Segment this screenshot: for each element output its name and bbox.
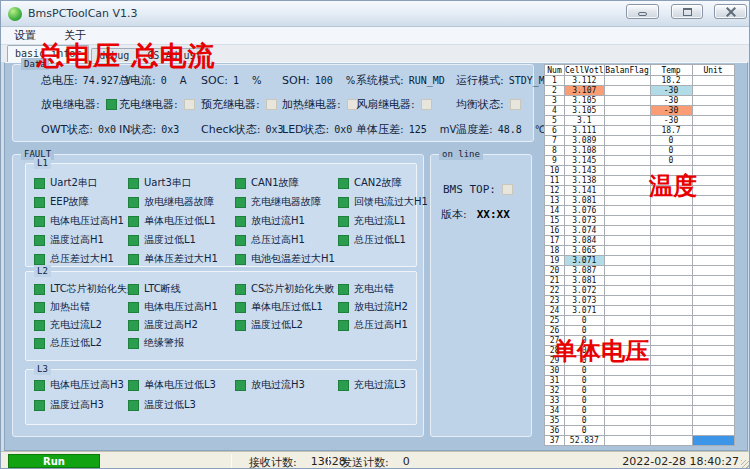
fault-status-icon	[34, 197, 45, 208]
table-cell	[692, 156, 734, 166]
table-row[interactable]: 13.11218.2	[545, 76, 735, 86]
column-header[interactable]: CellVotl	[565, 65, 605, 76]
column-header[interactable]: Unit	[692, 65, 734, 76]
table-row[interactable]: 300	[545, 366, 735, 376]
table-cell: 1	[545, 76, 565, 86]
table-row[interactable]: 223.072	[545, 286, 735, 296]
fault-item: 温度过低L2	[235, 318, 303, 332]
table-cell: 0	[565, 326, 605, 336]
fault-label: 放电继电器故障	[144, 195, 214, 209]
table-cell: 16	[545, 226, 565, 236]
table-cell: -30	[650, 116, 692, 126]
table-row[interactable]: 310	[545, 376, 735, 386]
table-row[interactable]: 93.1450	[545, 156, 735, 166]
fault-label: 温度过高H2	[144, 318, 198, 332]
data-field: SOC:1%	[201, 73, 262, 87]
table-row[interactable]: 133.081	[545, 196, 735, 206]
table-row[interactable]: 360	[545, 426, 735, 436]
table-cell	[604, 206, 650, 216]
table-row[interactable]: 320	[545, 386, 735, 396]
table-row[interactable]: 143.076	[545, 206, 735, 216]
table-cell: -30	[650, 106, 692, 116]
table-row[interactable]: 203.087	[545, 266, 735, 276]
table-row[interactable]: 183.065	[545, 246, 735, 256]
table-row[interactable]: 233.073	[545, 296, 735, 306]
fault-label: 总压过低L1	[354, 233, 406, 247]
fault-status-icon	[34, 320, 45, 331]
table-row[interactable]: 63.11118.7	[545, 126, 735, 136]
table-cell	[604, 366, 650, 376]
table-row[interactable]: 163.074	[545, 226, 735, 236]
table-row[interactable]: 113.138	[545, 176, 735, 186]
table-row[interactable]: 330	[545, 396, 735, 406]
table-cell: 3.107	[565, 86, 605, 96]
field-value: 0x0	[98, 124, 116, 135]
table-row[interactable]: 173.084	[545, 236, 735, 246]
table-row[interactable]: 83.1080	[545, 146, 735, 156]
table-row[interactable]: 33.105-30	[545, 96, 735, 106]
table-row[interactable]: 23.107-30	[545, 86, 735, 96]
table-cell: 3.081	[565, 276, 605, 286]
fault-item: 单体电压过低L1	[128, 214, 216, 228]
fault-item: Uart2串口	[34, 176, 98, 190]
version-value: XX:XX	[477, 208, 510, 221]
table-cell: 3.071	[565, 256, 605, 266]
table-cell	[604, 186, 650, 196]
table-cell	[604, 256, 650, 266]
table-cell	[650, 206, 692, 216]
table-row[interactable]: 3752.837	[545, 436, 735, 446]
table-cell	[604, 146, 650, 156]
fault-status-icon	[128, 197, 139, 208]
table-row[interactable]: 103.143	[545, 166, 735, 176]
field-label: 加热继电器:	[282, 97, 341, 112]
table-row[interactable]: 43.105-30	[545, 106, 735, 116]
fault-item: 总压过低L1	[338, 233, 406, 247]
fault-label: 充电过流L3	[354, 378, 406, 392]
fault-status-icon	[128, 284, 139, 295]
cell-table[interactable]: NumCellVotlBalanFlagTempUnit13.11218.223…	[544, 64, 735, 446]
table-row[interactable]: 153.073	[545, 216, 735, 226]
table-row[interactable]: 243.071	[545, 306, 735, 316]
table-row[interactable]: 53.1-30	[545, 116, 735, 126]
table-cell	[604, 96, 650, 106]
table-row[interactable]: 350	[545, 416, 735, 426]
table-row[interactable]: 73.0890	[545, 136, 735, 146]
field-label: OWT状态:	[41, 122, 93, 137]
fault-item: 温度过低L1	[128, 233, 196, 247]
fault-item: 单体压差过大H1	[128, 252, 218, 266]
table-row[interactable]: 340	[545, 406, 735, 416]
fault-status-icon	[338, 284, 349, 295]
field-label: IN状态:	[119, 122, 156, 137]
status-indicator-icon	[510, 99, 521, 110]
table-cell: 0	[650, 156, 692, 166]
fault-status-icon	[235, 254, 246, 265]
field-label: 总电压:	[41, 73, 78, 88]
table-cell	[650, 346, 692, 356]
bms-top-field: BMS TOP:	[443, 183, 513, 196]
minimize-button[interactable]	[626, 4, 659, 19]
table-row[interactable]: 213.081	[545, 276, 735, 286]
table-cell: 31	[545, 376, 565, 386]
fault-label: 总压过高H1	[251, 233, 305, 247]
column-header[interactable]: Temp	[650, 65, 692, 76]
fault-label: 充电继电器故障	[251, 195, 321, 209]
maximize-button[interactable]	[671, 4, 703, 19]
table-row[interactable]: 193.071	[545, 256, 735, 266]
fault-label: 温度过高H1	[50, 233, 104, 247]
menu-item[interactable]: 设置	[11, 27, 39, 44]
column-header[interactable]: BalanFlag	[604, 65, 650, 76]
column-header[interactable]: Num	[545, 65, 565, 76]
table-row[interactable]: 123.141	[545, 186, 735, 196]
table-cell: 3.084	[565, 236, 605, 246]
table-cell: 3.1	[565, 116, 605, 126]
table-row[interactable]: 260	[545, 326, 735, 336]
status-bar: Run 接收计数: 13628 发送计数: 0 2022-02-28 18:40…	[1, 451, 750, 469]
table-cell: 26	[545, 326, 565, 336]
table-cell	[650, 396, 692, 406]
table-row[interactable]: 250	[545, 316, 735, 326]
fault-status-icon	[34, 302, 45, 313]
resize-grip-icon[interactable]	[741, 460, 750, 469]
data-field: 系统模式:RUN_MD	[356, 73, 445, 87]
close-button[interactable]	[714, 4, 747, 19]
table-cell: 3.076	[565, 206, 605, 216]
